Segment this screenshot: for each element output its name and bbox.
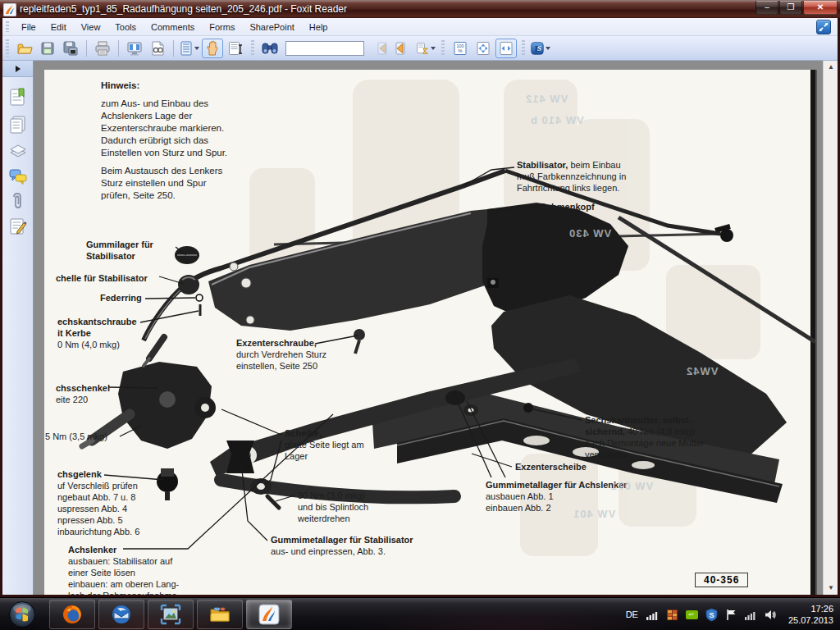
pages-panel-icon[interactable] — [8, 115, 28, 135]
taskbar-thunderbird[interactable] — [98, 600, 144, 629]
taskbar-photo-viewer[interactable] — [148, 600, 194, 629]
diagram-label: Federring — [100, 292, 142, 304]
signal-bars-icon[interactable] — [744, 608, 758, 622]
select-text-icon — [228, 41, 243, 56]
timed-page-caret[interactable] — [431, 47, 436, 50]
diagram-label: Scheibe,glatte Seite liegt amLager — [285, 427, 364, 462]
shield-s-icon[interactable]: S — [705, 608, 719, 622]
open-folder-icon — [16, 40, 33, 57]
save-all-button[interactable] — [60, 39, 81, 58]
menu-tools[interactable]: Tools — [107, 20, 144, 34]
main-toolbar: 100 % — [2, 36, 838, 61]
docusign-button[interactable]: D S — [530, 39, 551, 58]
clock[interactable]: 17:26 25.07.2013 — [783, 603, 833, 626]
taskbar-explorer[interactable] — [197, 600, 243, 629]
diagram-label: Rahmenkopf — [540, 201, 595, 212]
winrar-icon[interactable] — [665, 608, 679, 622]
menu-view[interactable]: View — [74, 20, 108, 34]
action-center-flag-icon[interactable] — [724, 608, 738, 622]
desktop: repleitfaden5_typ1_85_Radaufhängung seit… — [0, 0, 840, 630]
clock-date: 25.07.2013 — [788, 614, 833, 626]
collapse-arrow-icon — [14, 65, 22, 73]
window-title: repleitfaden5_typ1_85_Radaufhängung seit… — [20, 3, 347, 15]
page-layout-button[interactable] — [179, 39, 200, 58]
forms-panel-icon[interactable] — [8, 217, 28, 236]
diagram-label: Exzenterscheibe — [515, 461, 587, 472]
fit-width-icon — [499, 41, 514, 56]
layers-panel-icon[interactable] — [8, 141, 28, 161]
find-button[interactable] — [259, 39, 281, 58]
save-button[interactable] — [37, 39, 58, 58]
page-layout-caret[interactable] — [194, 47, 199, 50]
svg-text:%: % — [458, 48, 463, 53]
menu-comments[interactable]: Comments — [144, 20, 202, 34]
fullscreen-button[interactable] — [124, 39, 145, 58]
docusign-icon: D S — [531, 39, 544, 57]
zoom-100-button[interactable]: 100 % — [450, 39, 471, 58]
thunderbird-icon — [111, 604, 132, 625]
zoom-100-icon: 100 % — [453, 41, 468, 56]
photo-viewer-icon — [160, 604, 181, 625]
preview-button[interactable] — [147, 39, 168, 58]
bleed-through-text: VW 401 — [573, 508, 615, 520]
document-view[interactable]: 40-356 Hinweis:zum Aus- und Einbau desAc… — [34, 61, 838, 595]
vertical-scrollbar[interactable]: ▲ ▼ — [823, 61, 838, 595]
menu-grip[interactable] — [6, 21, 9, 32]
fit-width-button[interactable] — [495, 39, 517, 58]
menu-edit[interactable]: Edit — [43, 20, 74, 34]
menu-sharepoint[interactable]: SharePoint — [242, 20, 301, 34]
hand-tool-button[interactable] — [202, 39, 223, 58]
close-button[interactable]: ✕ — [803, 1, 838, 15]
pdf-page[interactable]: 40-356 Hinweis:zum Aus- und Einbau desAc… — [44, 70, 815, 595]
page-layout-icon — [180, 41, 193, 56]
taskbar-firefox[interactable] — [49, 600, 95, 629]
save-all-icon — [62, 40, 79, 57]
diagram-label: Exzenterschraube,durch Verdrehen Sturzei… — [236, 337, 326, 372]
foxit-app-icon — [3, 3, 16, 16]
diagram-label: Sechskantmutter, selbst-sichernd, 40 Nm … — [585, 414, 705, 460]
next-view-button[interactable] — [392, 39, 413, 58]
network-bars-icon[interactable] — [646, 608, 660, 622]
search-input[interactable] — [285, 41, 364, 56]
previous-view-button[interactable] — [369, 39, 390, 58]
preview-glasses-icon — [149, 40, 166, 57]
print-icon — [94, 40, 111, 57]
restore-button[interactable]: ❐ — [779, 1, 802, 15]
scroll-up-arrow[interactable]: ▲ — [824, 61, 838, 74]
hand-icon — [204, 40, 221, 57]
fit-page-button[interactable] — [472, 39, 494, 58]
timed-page-button[interactable] — [415, 39, 436, 58]
volume-icon[interactable] — [764, 608, 778, 622]
toolbar-grip[interactable] — [6, 39, 9, 57]
menu-forms[interactable]: Forms — [202, 20, 242, 34]
select-text-button[interactable] — [225, 39, 246, 58]
monitor-icon — [126, 40, 143, 57]
titlebar[interactable]: repleitfaden5_typ1_85_Radaufhängung seit… — [0, 0, 840, 18]
diagram-label: chsschenkeleite 220 — [56, 382, 110, 405]
print-button[interactable] — [92, 39, 113, 58]
panel-expand-button[interactable] — [2, 61, 33, 77]
attachments-panel-icon[interactable] — [8, 192, 28, 212]
next-view-icon — [395, 41, 411, 56]
comments-panel-icon[interactable] — [8, 167, 28, 186]
menu-file[interactable]: File — [14, 20, 43, 34]
foxit-window: repleitfaden5_typ1_85_Radaufhängung seit… — [0, 0, 840, 597]
firefox-icon — [62, 604, 83, 625]
open-button[interactable] — [14, 39, 35, 58]
scroll-down-arrow[interactable]: ▼ — [824, 582, 838, 595]
nvidia-icon[interactable] — [685, 608, 699, 622]
docusign-caret[interactable] — [546, 47, 550, 50]
bleed-through-text: VW42 — [686, 365, 718, 377]
bookmarks-panel-icon[interactable] — [8, 87, 28, 107]
fit-page-icon — [476, 41, 491, 56]
taskbar-foxit-reader[interactable] — [246, 600, 292, 629]
minimize-button[interactable]: – — [756, 1, 778, 15]
bleed-through-text: VW 071 — [610, 480, 653, 492]
menu-bar: FileEditViewToolsCommentsFormsSharePoint… — [2, 18, 838, 36]
language-indicator[interactable]: DE — [626, 609, 640, 619]
start-button[interactable] — [8, 600, 36, 628]
menu-help[interactable]: Help — [302, 20, 336, 34]
expand-toolbar-icon[interactable] — [816, 20, 831, 34]
timed-page-icon — [416, 41, 429, 56]
diagram-label: chelle für Stabilisator — [56, 272, 148, 284]
